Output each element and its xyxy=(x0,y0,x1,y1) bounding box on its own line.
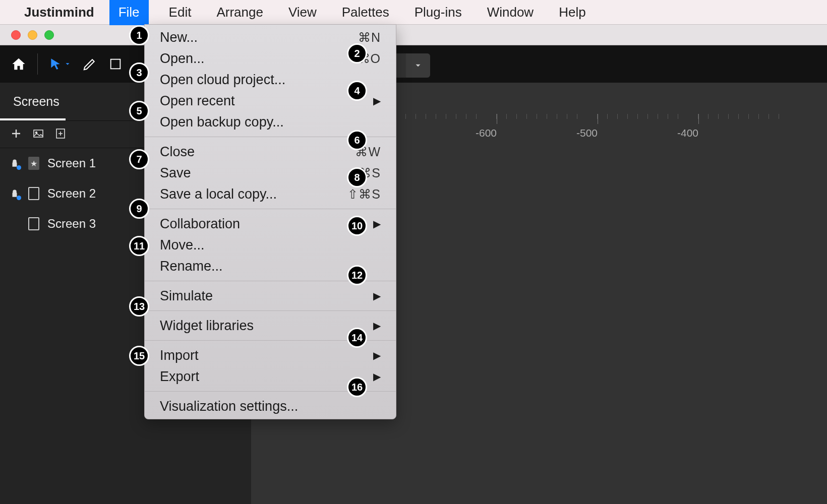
menu-shortcut: ⇧⌘S xyxy=(347,187,381,202)
page-icon xyxy=(28,217,39,230)
submenu-arrow-icon: ▶ xyxy=(373,218,381,230)
menu-item-label: Visualization settings... xyxy=(160,399,298,414)
annotation-callout: 14 xyxy=(347,328,367,348)
menu-shortcut: ⌘N xyxy=(358,30,381,45)
star-icon: ★ xyxy=(28,157,39,170)
menu-item-label: New... xyxy=(160,30,198,45)
submenu-arrow-icon: ▶ xyxy=(373,290,381,302)
page-icon xyxy=(28,187,39,200)
menubar-item-plug-ins[interactable]: Plug-ins xyxy=(409,3,467,22)
menubar-item-file[interactable]: File xyxy=(109,0,149,25)
submenu-arrow-icon: ▶ xyxy=(373,95,381,107)
annotation-callout: 12 xyxy=(347,265,367,285)
screen-name: Screen 2 xyxy=(47,186,96,201)
image-icon[interactable] xyxy=(32,128,44,142)
annotation-callout: 1 xyxy=(129,25,149,45)
home-icon[interactable] xyxy=(11,56,26,72)
menu-item-label: Import xyxy=(160,348,199,363)
window-chrome xyxy=(0,24,827,45)
annotation-callout: 2 xyxy=(347,43,367,64)
menu-item-label: Open backup copy... xyxy=(160,114,284,130)
sidebar-title: Screens xyxy=(13,94,60,109)
menu-item-import[interactable]: Import▶ xyxy=(145,345,396,366)
menu-item-label: Save a local copy... xyxy=(160,186,277,202)
lock-icon xyxy=(9,188,20,199)
annotation-callout: 11 xyxy=(129,236,149,256)
submenu-arrow-icon: ▶ xyxy=(373,370,381,383)
annotation-callout: 4 xyxy=(347,81,367,101)
menu-item-label: Open cloud project... xyxy=(160,72,285,88)
svg-rect-0 xyxy=(111,59,121,69)
menu-item-simulate[interactable]: Simulate▶ xyxy=(145,285,396,306)
annotation-callout: 7 xyxy=(129,149,149,169)
menu-item-label: Export xyxy=(160,369,199,385)
annotation-callout: 3 xyxy=(129,62,149,83)
menubar-item-palettes[interactable]: Palettes xyxy=(337,3,394,22)
annotation-callout: 9 xyxy=(129,199,149,219)
menubar-item-view[interactable]: View xyxy=(283,3,322,22)
menubar-item-help[interactable]: Help xyxy=(554,3,590,22)
menubar-item-arrange[interactable]: Arrange xyxy=(211,3,268,22)
menu-separator xyxy=(145,310,396,311)
window-close-button[interactable] xyxy=(11,30,21,40)
add-page-icon[interactable] xyxy=(54,128,67,142)
ruler-label: -400 xyxy=(677,127,698,138)
submenu-arrow-icon: ▶ xyxy=(373,349,381,361)
add-screen-icon[interactable] xyxy=(10,128,22,142)
menu-item-label: Collaboration xyxy=(160,216,240,232)
window-minimize-button[interactable] xyxy=(28,30,37,40)
annotation-callout: 13 xyxy=(129,296,149,317)
menubar-item-window[interactable]: Window xyxy=(482,3,539,22)
pen-tool-icon[interactable] xyxy=(82,56,97,72)
screen-name: Screen 1 xyxy=(47,156,96,170)
menu-item-move[interactable]: Move... xyxy=(145,234,396,256)
window-zoom-button[interactable] xyxy=(44,30,54,40)
submenu-arrow-icon: ▶ xyxy=(373,320,381,332)
menu-separator xyxy=(145,209,396,209)
annotation-callout: 10 xyxy=(347,216,367,236)
annotation-callout: 15 xyxy=(129,346,149,366)
menu-item-visualization-settings[interactable]: Visualization settings... xyxy=(145,396,396,417)
menu-item-label: Open... xyxy=(160,51,205,67)
menu-item-label: Widget libraries xyxy=(160,318,254,334)
menu-item-label: Save xyxy=(160,165,191,181)
annotation-callout: 16 xyxy=(347,377,367,397)
menu-item-label: Move... xyxy=(160,237,205,253)
annotation-callout: 6 xyxy=(347,130,367,150)
svg-rect-1 xyxy=(34,130,43,137)
select-tool-icon[interactable] xyxy=(49,57,71,71)
menu-item-label: Rename... xyxy=(160,259,223,274)
annotation-callout: 8 xyxy=(347,167,367,187)
shape-tool-icon[interactable] xyxy=(108,57,123,71)
screen-name: Screen 3 xyxy=(47,217,96,231)
app-name[interactable]: Justinmind xyxy=(24,5,94,20)
menu-item-label: Simulate xyxy=(160,288,213,304)
menubar-item-edit[interactable]: Edit xyxy=(164,3,197,22)
toolbar-divider xyxy=(37,53,38,75)
zoom-dropdown-icon[interactable] xyxy=(406,53,430,78)
annotation-callout: 5 xyxy=(129,101,149,121)
menu-item-label: Close xyxy=(160,144,195,160)
mac-menubar: Justinmind FileEditArrangeViewPalettesPl… xyxy=(0,0,827,24)
menu-item-open-backup-copy[interactable]: Open backup copy... xyxy=(145,111,396,133)
ruler-label: -600 xyxy=(476,127,497,138)
ruler-label: -500 xyxy=(576,127,598,138)
lock-icon xyxy=(9,158,20,169)
tab-underline xyxy=(0,118,66,120)
menu-item-label: Open recent xyxy=(160,93,235,109)
